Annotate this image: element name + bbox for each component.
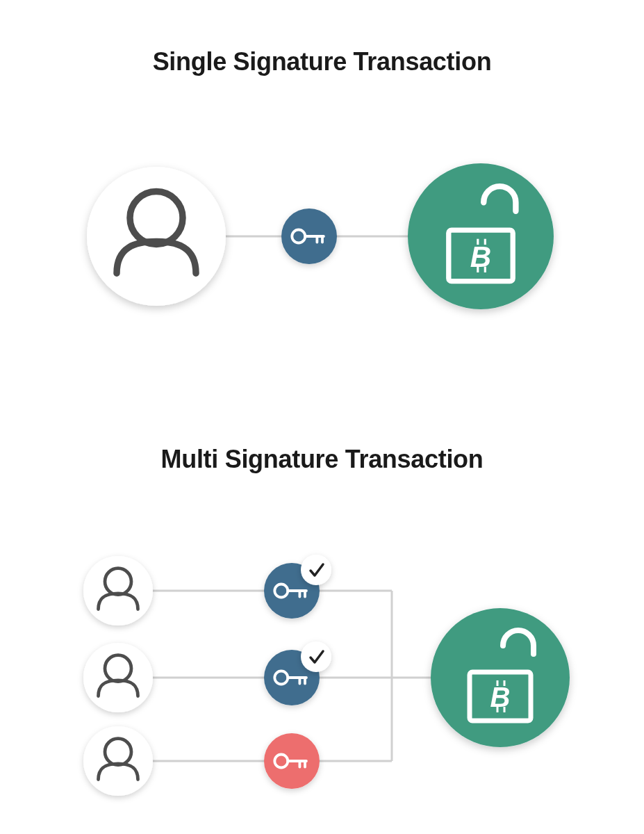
svg-point-11: [87, 167, 226, 306]
heading-multi-signature: Multi Signature Transaction: [0, 445, 644, 474]
single-signature-diagram: [87, 163, 554, 309]
user-node: [83, 643, 153, 712]
diagram-canvas: B: [0, 0, 644, 834]
user-node: [83, 556, 153, 626]
heading-single-signature: Single Signature Transaction: [0, 47, 644, 76]
wallet-unlock-node: [431, 608, 570, 747]
svg-point-15: [301, 641, 331, 672]
user-node: [83, 726, 153, 796]
svg-point-14: [301, 555, 331, 585]
key-node: [281, 208, 337, 264]
wallet-unlock-node: [408, 163, 554, 309]
approval-badge: [301, 641, 331, 672]
multi-signature-diagram: [83, 555, 570, 796]
approval-badge: [301, 555, 331, 585]
user-node: [87, 167, 226, 306]
svg-point-16: [431, 608, 570, 747]
svg-point-13: [408, 163, 554, 309]
